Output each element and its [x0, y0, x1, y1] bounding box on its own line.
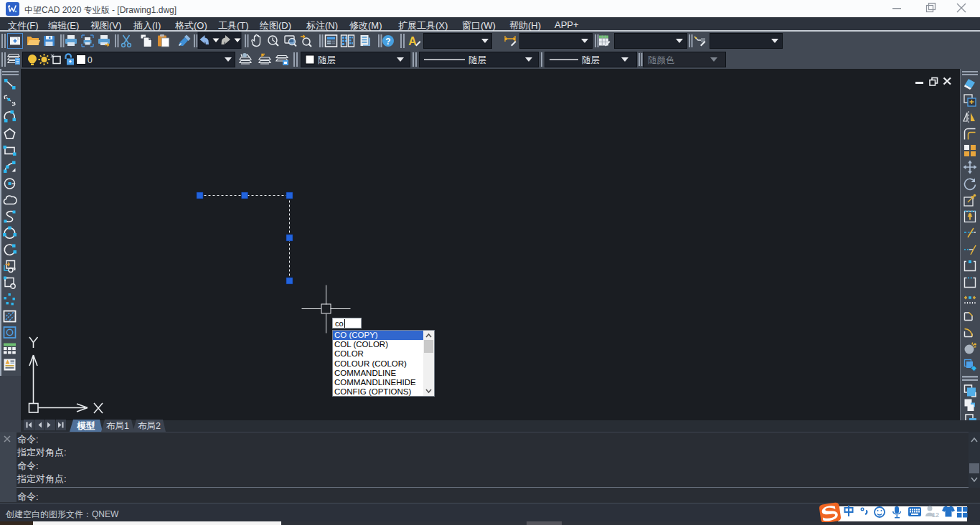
svg-text:模型: 模型 — [77, 421, 96, 431]
svg-text:随层: 随层 — [582, 55, 600, 65]
svg-text:A: A — [408, 35, 417, 47]
svg-text:随颜色: 随颜色 — [648, 55, 675, 65]
svg-text:随层: 随层 — [318, 55, 336, 65]
svg-text:随层: 随层 — [468, 55, 486, 65]
svg-text:12: 12 — [932, 511, 939, 519]
svg-text:0: 0 — [88, 55, 93, 65]
svg-text:?: ? — [385, 37, 390, 47]
svg-text:布局1: 布局1 — [106, 421, 129, 431]
svg-text:布局2: 布局2 — [138, 421, 161, 431]
